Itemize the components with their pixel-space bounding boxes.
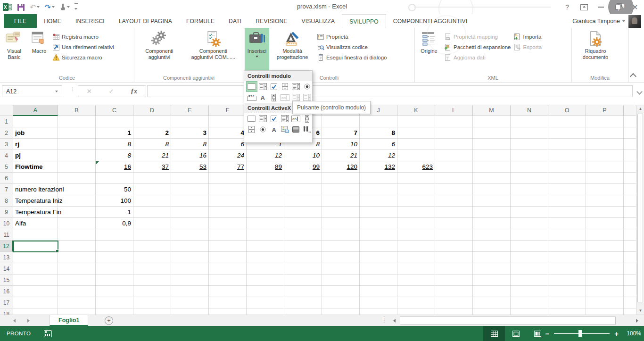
row-header-11[interactable]: 11 [0,229,13,241]
scroll-right-icon[interactable] [636,319,638,323]
cell-B16[interactable] [58,286,96,297]
text-box-control-icon[interactable]: ab [291,114,301,124]
cell-J1[interactable] [360,116,397,127]
cell-B18[interactable] [58,308,96,315]
cell-J14[interactable] [360,263,397,274]
visualizza-codice-button[interactable]: Visualizza codice [315,42,388,52]
cell-E18[interactable] [171,308,209,315]
inserisci-button[interactable]: Inserisci [245,28,269,70]
cell-E3[interactable]: 8 [171,139,209,150]
cell-J6[interactable] [360,173,397,184]
cell-M5[interactable] [473,161,511,173]
cell-F1[interactable] [209,116,247,127]
cell-N15[interactable] [511,274,548,286]
option-button-control-icon[interactable] [302,82,313,91]
column-header-B[interactable]: B [58,105,96,116]
cell-M17[interactable] [473,297,511,308]
cell-P3[interactable] [586,139,624,150]
cell-J15[interactable] [360,274,397,286]
check-box-control-icon[interactable] [269,82,279,91]
cancel-icon[interactable]: ✕ [87,88,92,95]
cell-D6[interactable] [133,173,171,184]
cell-G18[interactable] [247,308,284,315]
cell-G7[interactable] [247,184,284,195]
cell-M8[interactable] [473,195,511,207]
cell-K5[interactable]: 623 [397,161,435,173]
cell-E5[interactable]: 53 [171,161,209,173]
combo-box-control-icon[interactable] [258,82,268,91]
cell-H12[interactable] [284,241,322,252]
cell-G6[interactable] [247,173,284,184]
cell-L6[interactable] [435,173,473,184]
column-header-M[interactable]: M [473,105,511,116]
cell-partial[interactable] [624,252,636,263]
cell-H14[interactable] [284,263,322,274]
cell-B17[interactable] [58,297,96,308]
visual-button[interactable]: Visual Basic [1,28,27,70]
cell-I14[interactable] [322,263,360,274]
cell-N11[interactable] [511,229,548,241]
macro-button[interactable]: Macro [28,28,50,70]
cell-L3[interactable] [435,139,473,150]
cell-K10[interactable] [397,218,435,229]
cell-C12[interactable] [96,241,133,252]
cell-M1[interactable] [473,116,511,127]
cell-I10[interactable] [322,218,360,229]
spin-button-control-icon[interactable] [247,125,257,134]
cell-G17[interactable] [247,297,284,308]
cell-I18[interactable] [322,308,360,315]
scroll-bar-control-icon[interactable] [269,92,279,102]
cell-L11[interactable] [435,229,473,241]
cell-F12[interactable] [209,241,247,252]
cell-D4[interactable]: 21 [133,150,171,161]
scroll-bar-control-icon[interactable] [302,114,313,124]
button-control-icon[interactable] [247,82,257,91]
cell-H11[interactable] [284,229,322,241]
cell-I3[interactable]: 10 [322,139,360,150]
label-control-icon[interactable]: A [269,125,279,134]
command-button-control-icon[interactable] [247,114,257,124]
cell-E16[interactable] [171,286,209,297]
cell-M4[interactable] [473,150,511,161]
cell-I17[interactable] [322,297,360,308]
horizontal-scrollbar[interactable] [390,316,641,325]
cell-O7[interactable] [548,184,586,195]
cell-M13[interactable] [473,252,511,263]
cell-D9[interactable] [133,207,171,218]
cell-F6[interactable] [209,173,247,184]
cell-P11[interactable] [586,229,624,241]
cell-D2[interactable]: 2 [133,127,171,139]
row-header-7[interactable]: 7 [0,184,13,195]
column-header-A[interactable]: A [13,105,58,116]
page-layout-view-icon[interactable] [505,326,527,341]
cell-A1[interactable] [13,116,58,127]
cell-H9[interactable] [284,207,322,218]
cell-C17[interactable] [96,297,133,308]
row-header-5[interactable]: 5 [0,161,13,173]
riquadro-button[interactable]: Riquadro documento [573,28,618,70]
cell-E9[interactable] [171,207,209,218]
cell-E13[interactable] [171,252,209,263]
cell-G10[interactable] [247,218,284,229]
cell-I16[interactable] [322,286,360,297]
aggiorna-dati-button[interactable]: !Aggiorna dati [443,52,512,63]
cell-D18[interactable] [133,308,171,315]
cell-H18[interactable] [284,308,322,315]
cell-P14[interactable] [586,263,624,274]
cell-D11[interactable] [133,229,171,241]
combo-box-control-icon[interactable] [258,114,268,124]
cell-D16[interactable] [133,286,171,297]
horizontal-scroll-thumb[interactable] [400,316,616,324]
cell-M9[interactable] [473,207,511,218]
cell-B9[interactable] [58,207,96,218]
cell-D14[interactable] [133,263,171,274]
cell-C13[interactable] [96,252,133,263]
esporta-button[interactable]: Esporta [512,42,543,52]
cell-K2[interactable] [397,127,435,139]
scroll-left-icon[interactable] [393,319,396,323]
tab-formule[interactable]: FORMULE [179,14,222,28]
cell-N18[interactable] [511,308,548,315]
componenti-button[interactable]: Componenti aggiuntivi [135,28,183,70]
cell-D10[interactable] [133,218,171,229]
tab-file[interactable]: FILE [4,14,37,28]
